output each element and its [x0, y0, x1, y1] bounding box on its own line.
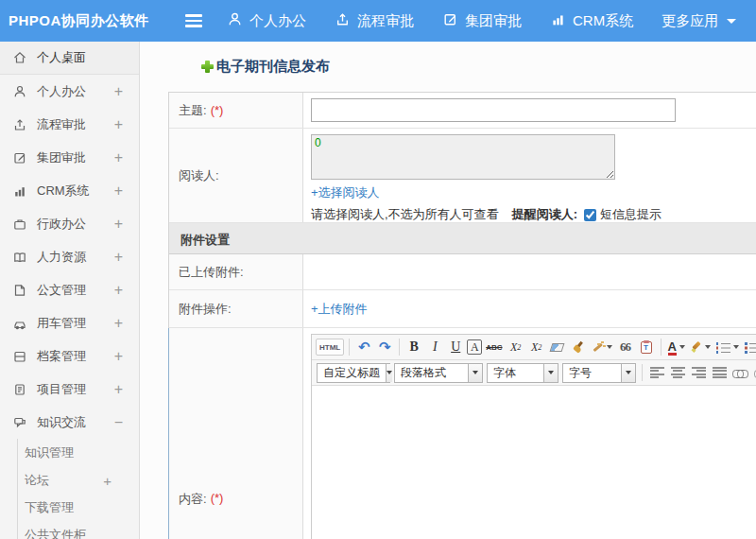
nav-crm-system[interactable]: CRM系统 — [550, 11, 633, 30]
nav-personal-office[interactable]: 个人办公 — [227, 11, 306, 30]
expand-plus-icon[interactable]: + — [114, 183, 123, 200]
editor-content-area[interactable] — [312, 386, 756, 539]
font-size-select[interactable]: 字号 — [562, 363, 636, 383]
expand-plus-icon[interactable]: + — [114, 249, 123, 266]
sidebar-item-vehicle-mgmt[interactable]: 用车管理 + — [0, 306, 139, 339]
underline-button[interactable]: U — [446, 337, 465, 357]
sidebar-item-label: 流程审批 — [37, 116, 86, 133]
required-mark: (*) — [211, 103, 224, 117]
heading-select[interactable]: 自定义标题 — [317, 363, 390, 383]
paste-as-text-button[interactable]: T — [637, 337, 656, 357]
sidebar-item-admin-office[interactable]: 行政办公 + — [0, 207, 139, 240]
content-value-cell: HTML B I U A ABC X2 X2 — [303, 328, 756, 539]
top-header: PHPOA协同办公软件 个人办公 流程审批 集团审批 CRM系统 更多应用 — [0, 0, 756, 42]
toolbar-separator — [399, 339, 400, 356]
sidebar-subitem-knowledge-mgmt[interactable]: 知识管理 — [18, 439, 139, 466]
expand-plus-icon[interactable]: + — [114, 381, 123, 398]
bold-button[interactable]: B — [404, 337, 423, 357]
sidebar-item-personal-desktop[interactable]: 个人桌面 — [0, 42, 139, 75]
format-brush-button[interactable] — [569, 337, 588, 357]
sidebar-item-project-mgmt[interactable]: 项目管理 + — [0, 373, 139, 406]
italic-button[interactable]: I — [425, 337, 444, 357]
rich-text-editor: HTML B I U A ABC X2 X2 — [311, 334, 756, 539]
expand-plus-icon[interactable]: + — [114, 116, 123, 133]
remove-link-button[interactable] — [752, 362, 756, 383]
attachment-section-header: 附件设置 — [169, 223, 756, 254]
subject-input[interactable] — [311, 98, 676, 122]
sidebar-subitem-download-mgmt[interactable]: 下载管理 — [18, 494, 139, 521]
sidebar-subitem-label: 论坛 — [25, 472, 49, 489]
chat-icon — [12, 415, 27, 430]
paragraph-format-select[interactable]: 段落格式 — [394, 363, 483, 383]
user-icon — [227, 11, 243, 30]
sidebar-subitem-public-file-cabinet[interactable]: 公共文件柜 — [18, 521, 139, 539]
eraser-button[interactable] — [548, 337, 567, 357]
align-right-button[interactable] — [689, 362, 708, 383]
insert-link-button[interactable] — [730, 362, 750, 383]
toolbar-separator — [642, 364, 643, 381]
expand-plus-icon[interactable]: + — [103, 472, 112, 488]
chart-icon — [12, 183, 27, 199]
ordered-list-button[interactable] — [714, 337, 741, 357]
sidebar-item-archive-mgmt[interactable]: 档案管理 + — [0, 339, 139, 373]
sidebar-item-group-approval[interactable]: 集团审批 + — [0, 141, 139, 174]
highlight-color-button[interactable] — [689, 337, 713, 357]
redo-icon[interactable] — [375, 337, 394, 357]
page-title-row: 电子期刊信息发布 — [201, 56, 756, 77]
expand-plus-icon[interactable]: + — [114, 149, 123, 166]
undo-icon[interactable] — [354, 337, 373, 357]
eraser-icon — [550, 343, 565, 352]
subscript-button[interactable]: X2 — [527, 337, 546, 357]
sidebar-item-personal-office[interactable]: 个人办公 + — [0, 75, 139, 108]
collapse-minus-icon[interactable]: − — [114, 414, 123, 431]
superscript-button[interactable]: X2 — [507, 337, 525, 357]
choose-readers-link[interactable]: +选择阅读人 — [311, 185, 380, 200]
dropdown-arrow-icon — [705, 345, 711, 349]
upload-attachment-link[interactable]: +上传附件 — [311, 301, 368, 318]
sidebar-item-knowledge-exchange[interactable]: 知识交流 − — [0, 406, 139, 439]
sms-checkbox[interactable] — [584, 209, 596, 221]
briefcase-icon — [12, 217, 27, 232]
sidebar-item-document-mgmt[interactable]: 公文管理 + — [0, 273, 139, 306]
nav-more-apps[interactable]: 更多应用 — [662, 12, 736, 30]
readers-label: 阅读人: — [169, 129, 303, 222]
align-left-button[interactable] — [647, 362, 666, 383]
expand-plus-icon[interactable]: + — [114, 83, 123, 100]
remove-format-button[interactable]: A — [467, 339, 482, 355]
sidebar-item-label: 项目管理 — [37, 381, 86, 398]
expand-plus-icon[interactable]: + — [114, 216, 123, 233]
expand-plus-icon[interactable]: + — [114, 348, 123, 365]
choose-readers-line: +选择阅读人 — [311, 184, 756, 201]
expand-plus-icon[interactable]: + — [114, 282, 123, 299]
strikethrough-button[interactable]: ABC — [484, 337, 504, 357]
sup-exp: 2 — [517, 343, 521, 352]
uploaded-attachments-row: 已上传附件: — [169, 254, 756, 290]
sidebar: 个人桌面 个人办公 + 流程审批 + 集团审批 + CRM系统 + 行政办公 + — [0, 42, 140, 539]
sidebar-item-hr[interactable]: 人力资源 + — [0, 240, 139, 273]
blockquote-button[interactable]: 66 — [616, 337, 635, 357]
nav-flow-approval[interactable]: 流程审批 — [335, 11, 414, 30]
sidebar-item-flow-approval[interactable]: 流程审批 + — [0, 108, 139, 141]
attachment-ops-row: 附件操作: +上传附件 — [169, 290, 756, 328]
align-center-button[interactable] — [668, 362, 687, 383]
align-justify-button[interactable] — [710, 362, 729, 383]
hamburger-menu-icon[interactable] — [185, 14, 202, 27]
unordered-list-button[interactable] — [743, 337, 756, 357]
align-left-icon — [650, 367, 664, 378]
expand-plus-icon[interactable]: + — [114, 315, 123, 332]
readers-textarea[interactable] — [311, 134, 615, 180]
select-label: 自定义标题 — [318, 364, 386, 382]
sidebar-subitem-forum[interactable]: 论坛 + — [18, 466, 139, 494]
content-label: 内容: (*) — [169, 328, 303, 539]
uploaded-value-cell — [303, 254, 756, 289]
font-color-button[interactable]: A — [666, 337, 687, 357]
sub-base: X — [531, 340, 538, 355]
archive-icon — [12, 349, 27, 364]
font-family-select[interactable]: 字体 — [487, 363, 558, 383]
nav-group-approval[interactable]: 集团审批 — [442, 11, 522, 30]
sidebar-item-label: CRM系统 — [37, 183, 90, 200]
html-source-button[interactable]: HTML — [316, 339, 344, 356]
quick-format-button[interactable] — [590, 337, 614, 357]
font-color-a-icon: A — [668, 339, 677, 356]
sidebar-item-crm-system[interactable]: CRM系统 + — [0, 174, 139, 207]
